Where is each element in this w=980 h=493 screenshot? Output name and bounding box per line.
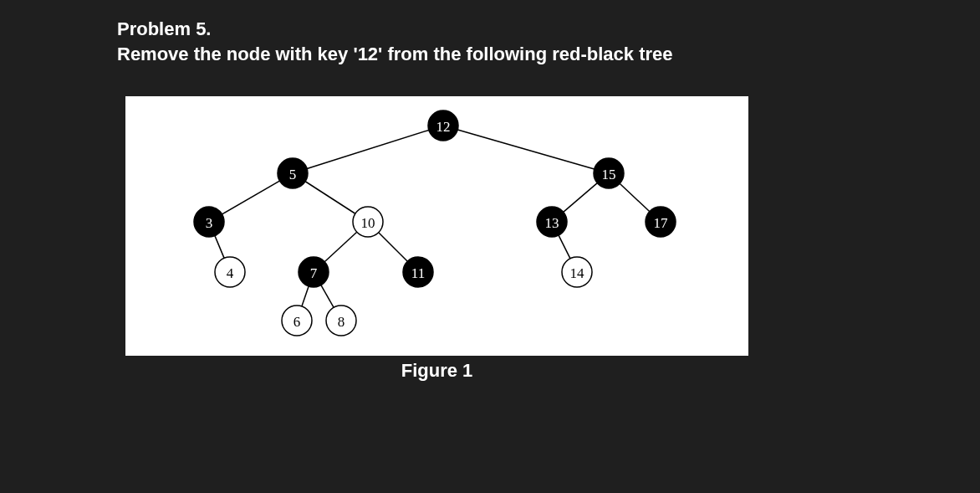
tree-edge [307,130,429,168]
tree-node-8: 8 [326,306,356,336]
tree-edge [559,235,570,259]
tree-edge [457,130,594,169]
tree-node-label: 4 [227,265,234,281]
tree-node-label: 12 [436,119,451,135]
tree-node-10: 10 [353,207,383,237]
tree-node-5: 5 [278,158,308,188]
tree-edge [222,181,280,214]
tree-edge [321,285,334,308]
tree-node-13: 13 [537,207,567,237]
tree-edge [564,183,598,213]
tree-node-label: 5 [289,167,297,182]
tree-node-12: 12 [428,110,458,141]
tree-edge [324,232,357,262]
tree-node-7: 7 [299,257,329,287]
tree-node-14: 14 [562,257,592,287]
tree-node-label: 10 [361,215,375,231]
tree-node-label: 17 [654,215,669,231]
problem-heading: Problem 5. Remove the node with key '12'… [117,17,673,66]
tree-node-label: 15 [602,167,616,182]
tree-node-label: 6 [293,314,301,330]
tree-edge [305,182,355,214]
figure-caption: Figure 1 [125,360,748,382]
tree-node-3: 3 [194,207,224,237]
tree-diagram: 12515310131747111468 [125,96,748,356]
tree-node-label: 8 [338,314,345,330]
tree-node-label: 13 [545,215,559,231]
problem-title: Problem 5. [117,17,673,42]
tree-edge [379,233,408,262]
tree-node-label: 11 [411,265,425,281]
tree-node-17: 17 [646,207,676,237]
tree-edge [620,183,650,211]
tree-node-label: 14 [570,265,585,281]
tree-node-label: 7 [310,265,318,281]
page-root: Problem 5. Remove the node with key '12'… [0,0,980,493]
tree-edge [215,236,224,259]
problem-statement: Remove the node with key '12' from the f… [117,42,673,67]
tree-node-11: 11 [403,257,433,287]
tree-edge [302,286,309,306]
figure-panel: 12515310131747111468 [125,96,748,356]
tree-node-label: 3 [206,215,213,231]
tree-node-4: 4 [215,257,245,287]
tree-node-15: 15 [594,158,624,188]
tree-node-6: 6 [282,306,312,336]
